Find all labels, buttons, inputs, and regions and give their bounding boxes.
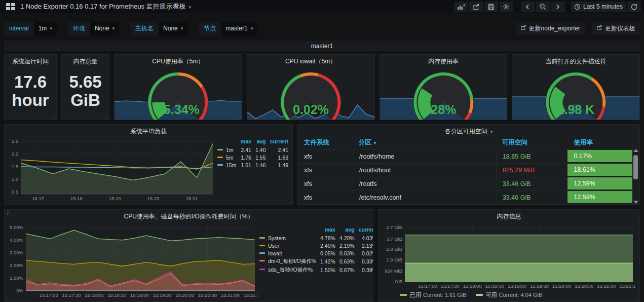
grafana-dashboard-icon[interactable]: [6, 3, 15, 10]
dashboard-title[interactable]: 1 Node Exporter 0.16 0.17 for Prometheus…: [20, 2, 191, 11]
svg-text:15:18: 15:18: [70, 196, 83, 201]
column-header-可用空间[interactable]: 可用空间: [496, 138, 568, 147]
column-header-分区[interactable]: 分区: [353, 138, 496, 147]
time-forward-button[interactable]: [551, 2, 565, 12]
column-header-文件系统[interactable]: 文件系统: [298, 138, 353, 147]
add-panel-button[interactable]: [454, 2, 468, 12]
cell-mountpoint: /etc/resolv.conf: [353, 191, 496, 204]
svg-text:15:17:30: 15:17:30: [62, 292, 81, 298]
cell-mountpoint: /rootfs: [353, 177, 496, 191]
cell-mountpoint: /rootfs/home: [353, 150, 496, 163]
panel-open-file-descriptors-gauge-title[interactable]: 当前打开的文件描述符: [512, 55, 639, 65]
legend-column-current[interactable]: current: [355, 226, 373, 234]
dashboard-row-master1[interactable]: master1: [4, 41, 640, 51]
legend-column-current[interactable]: current: [266, 138, 289, 146]
legend-series-Iowait[interactable]: Iowait: [259, 249, 316, 257]
variable-env-value[interactable]: None: [90, 22, 119, 35]
scroll-up-arrow[interactable]: [633, 149, 638, 152]
svg-text:15:20:00: 15:20:00: [552, 283, 571, 289]
legend-value: 0.05%: [316, 249, 335, 257]
panel-cpu-usage-gauge-title[interactable]: CPU使用率（5m）: [115, 55, 242, 65]
panel-system-load-title[interactable]: 系统平均负载: [5, 125, 292, 135]
panel-memory-usage-gauge-title[interactable]: 内存使用率: [380, 55, 507, 65]
legend-series-5m[interactable]: 5m: [217, 154, 237, 161]
panel-cpu-io-chart-title[interactable]: CPU使用率、磁盘每秒的I/O操作耗费时间（%）: [5, 210, 373, 220]
external-link-icon: [520, 25, 526, 32]
time-range-picker[interactable]: Last 5 minutes: [571, 2, 626, 12]
panel-cpu-io-chart: i CPU使用率、磁盘每秒的I/O操作耗费时间（%） 15:17:0015:17…: [4, 209, 373, 302]
legend-column-max[interactable]: max: [316, 226, 335, 234]
zoom-out-button[interactable]: [536, 2, 550, 12]
open-fd-gauge: 2.98 K: [512, 65, 639, 120]
refresh-button[interactable]: [627, 2, 641, 12]
dashboard-settings-button[interactable]: [500, 2, 513, 12]
panel-row-bottom: i CPU使用率、磁盘每秒的I/O操作耗费时间（%） 15:17:0015:17…: [4, 209, 640, 302]
cpu-iowait-gauge: 0.02%: [247, 65, 374, 120]
svg-text:4.7 GiB: 4.7 GiB: [386, 224, 402, 230]
legend-value: 1.51: [237, 161, 251, 169]
variable-hostname-value[interactable]: None: [159, 22, 187, 35]
legend-series-可用[interactable]: 可用: [486, 292, 497, 298]
panel-memory-info-title[interactable]: 内存信息: [378, 210, 639, 220]
update-node-exporter-label: 更新node_exporter: [529, 24, 580, 33]
legend-value: 1.40: [251, 146, 266, 154]
svg-text:15:17: 15:17: [32, 196, 44, 201]
share-dashboard-button[interactable]: [469, 2, 483, 12]
svg-text:2.00%: 2.00%: [10, 262, 23, 268]
column-header-使用率[interactable]: 使用率: [567, 138, 639, 147]
variable-hostname: 主机名 None: [130, 22, 187, 35]
panel-system-load: 系统平均负载 15:1715:1815:1915:2015:212.52.01.…: [4, 124, 293, 205]
time-nav-group: [519, 2, 565, 12]
svg-text:15:20: 15:20: [147, 196, 160, 201]
panel-cpu-iowait-gauge-title[interactable]: CPU iowait（5m）: [247, 55, 374, 65]
add-panel-icon: [457, 4, 465, 10]
panel-partition-space-title[interactable]: 各分区可用空间: [298, 125, 639, 135]
navbar-actions: Last 5 minutes: [452, 2, 641, 12]
legend-swatch-icon: [400, 294, 407, 296]
panel-info-icon[interactable]: i: [7, 210, 9, 216]
variable-interval-value[interactable]: 1m: [34, 22, 57, 35]
legend-column-max[interactable]: max: [237, 138, 251, 146]
save-dashboard-button[interactable]: [484, 2, 498, 12]
panel-uptime-title[interactable]: 系统运行时间: [5, 55, 56, 65]
update-dashboard-link[interactable]: 更新仪表板: [592, 22, 640, 35]
svg-text:15:17:00: 15:17:00: [40, 292, 58, 298]
svg-text:1.0: 1.0: [12, 176, 18, 182]
legend-series-sda_每秒I/O操作%[interactable]: sda_每秒I/O操作%: [259, 266, 316, 274]
scroll-down-arrow[interactable]: [633, 201, 638, 204]
legend-item-可用: 可用Current: 4.04 GiB: [476, 291, 543, 299]
scrollbar-thumb[interactable]: [633, 155, 638, 179]
navbar: 1 Node Exporter 0.16 0.17 for Prometheus…: [0, 0, 644, 13]
legend-series-User[interactable]: User: [259, 242, 316, 249]
legend-series-dm-0_每秒I/O操作%[interactable]: dm-0_每秒I/O操作%: [259, 257, 316, 266]
legend-column-avg[interactable]: avg: [251, 138, 266, 146]
svg-text:15:20:00: 15:20:00: [175, 292, 194, 298]
table-row: xfs/rootfs/boot825.29 MiB18.61%: [298, 163, 639, 177]
svg-text:15.34%: 15.34%: [157, 102, 200, 117]
dashboard-title-text: 1 Node Exporter 0.16 0.17 for Prometheus…: [20, 3, 186, 10]
time-back-button[interactable]: [521, 2, 535, 12]
svg-text:15:21:00: 15:21:00: [597, 283, 616, 289]
update-node-exporter-link[interactable]: 更新node_exporter: [516, 22, 585, 35]
legend-row: 15m1.511.461.49: [217, 161, 288, 169]
memory-info-chart[interactable]: 15:17:0015:17:3015:18:0015:18:3015:19:00…: [381, 222, 635, 289]
cell-filesystem: xfs: [298, 177, 353, 191]
legend-column-avg[interactable]: avg: [335, 226, 355, 234]
cpu-usage-gauge: 15.34%: [115, 65, 242, 120]
svg-text:15:19:00: 15:19:00: [508, 283, 526, 289]
cell-available-space: 825.29 MiB: [496, 164, 568, 177]
variable-interval: interval 1m: [4, 22, 57, 35]
legend-value: 2.19%: [335, 242, 355, 249]
panel-total-memory-title[interactable]: 内存总量: [62, 55, 109, 65]
svg-text:15:21:30: 15:21:30: [243, 292, 257, 298]
save-icon: [488, 4, 495, 10]
legend-series-1m[interactable]: 1m: [217, 146, 237, 154]
svg-text:15:17:30: 15:17:30: [441, 283, 460, 289]
cpu-io-chart[interactable]: 15:17:0015:17:3015:18:0015:18:3015:19:00…: [7, 223, 257, 298]
legend-series-15m[interactable]: 15m: [217, 161, 237, 169]
system-load-chart[interactable]: 15:1715:1815:1915:2015:212.52.01.51.00.5: [7, 137, 215, 202]
legend-series-已用[interactable]: 已用: [410, 292, 421, 298]
legend-series-System[interactable]: System: [259, 234, 316, 242]
submenu-links: 更新node_exporter 更新仪表板: [509, 22, 640, 35]
variable-node-value[interactable]: master1: [221, 22, 257, 35]
